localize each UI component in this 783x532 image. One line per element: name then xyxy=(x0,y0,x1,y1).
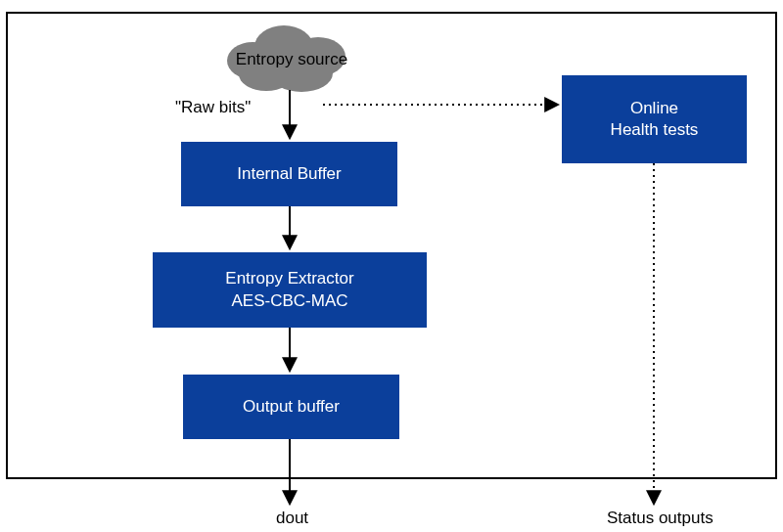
entropy-extractor-box: Entropy Extractor AES-CBC-MAC xyxy=(153,252,427,328)
entropy-source-label: Entropy source xyxy=(233,50,350,69)
output-buffer-box: Output buffer xyxy=(183,375,399,439)
internal-buffer-label: Internal Buffer xyxy=(237,163,341,185)
output-buffer-label: Output buffer xyxy=(243,396,340,418)
health-tests-label: Online Health tests xyxy=(611,98,699,141)
internal-buffer-box: Internal Buffer xyxy=(181,142,397,206)
health-tests-box: Online Health tests xyxy=(562,75,747,163)
status-outputs-label: Status outputs xyxy=(607,509,714,528)
dout-label: dout xyxy=(276,509,308,528)
entropy-extractor-label: Entropy Extractor AES-CBC-MAC xyxy=(225,268,353,311)
raw-bits-label: "Raw bits" xyxy=(175,98,251,117)
diagram-canvas: Entropy source "Raw bits" Internal Buffe… xyxy=(0,0,783,532)
